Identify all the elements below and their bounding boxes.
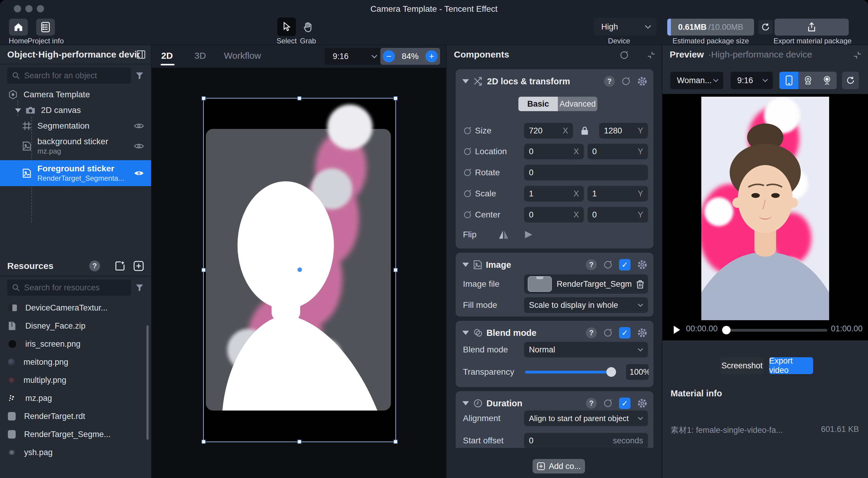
gear-icon[interactable] <box>637 328 647 338</box>
zoom-out-button[interactable]: − <box>383 50 395 62</box>
reset-icon[interactable] <box>603 328 613 337</box>
reset-all-icon[interactable] <box>620 51 629 60</box>
tab-3d[interactable]: 3D <box>194 51 206 61</box>
gear-icon[interactable] <box>637 260 647 270</box>
preview-ratio-select[interactable]: 9:16 <box>731 72 773 89</box>
list-item[interactable]: Disney_Face.zip <box>0 317 151 335</box>
tree-item-background-sticker[interactable]: background sticker mz.pag <box>0 134 151 158</box>
scale-x-input[interactable]: 1X <box>524 186 584 201</box>
alignment-select[interactable]: Align to start of parent object <box>524 411 648 426</box>
screenshot-button[interactable]: Screenshot <box>720 357 764 374</box>
enabled-checkbox[interactable]: ✓ <box>619 327 630 339</box>
image-file-control[interactable]: RenderTarget_Segmen <box>524 275 648 294</box>
scale-y-input[interactable]: 1Y <box>587 186 648 201</box>
start-offset-input[interactable]: 0 seconds <box>524 433 648 448</box>
flip-horizontal-icon[interactable] <box>498 229 509 240</box>
help-icon[interactable]: ? <box>604 76 615 87</box>
list-item[interactable]: RenderTarget.rdt <box>0 407 151 425</box>
selection-handle[interactable] <box>394 440 398 444</box>
help-icon[interactable]: ? <box>586 327 597 338</box>
visibility-eye-icon[interactable] <box>134 122 144 129</box>
selection-handle[interactable] <box>202 440 206 444</box>
anchor-point[interactable] <box>298 267 302 272</box>
size-y-input[interactable]: 1280Y <box>599 123 648 138</box>
playback-knob[interactable] <box>722 326 731 334</box>
tab-workflow[interactable]: Workflow <box>224 51 261 61</box>
project-info-button[interactable] <box>36 19 55 36</box>
zoom-in-button[interactable]: + <box>426 50 438 62</box>
blend-mode-select[interactable]: Normal <box>524 342 648 357</box>
play-icon[interactable] <box>673 325 681 334</box>
selection-handle[interactable] <box>394 96 398 100</box>
size-x-input[interactable]: 720X <box>524 123 573 138</box>
tab-2d[interactable]: 2D <box>161 51 173 61</box>
list-item[interactable]: multiply.png <box>0 371 151 389</box>
trash-icon[interactable] <box>636 280 644 289</box>
list-item[interactable]: meitong.png <box>0 353 151 371</box>
device-phone-button[interactable] <box>779 72 798 89</box>
section-caret-icon[interactable] <box>462 331 469 335</box>
tree-item-segmentation[interactable]: Segmentation <box>0 118 151 134</box>
components-scroll[interactable]: 2D locs & transform ? Basic Advanced Siz… <box>447 64 662 448</box>
transparency-slider-track[interactable] <box>525 371 615 374</box>
transparency-value[interactable]: 100% <box>626 364 649 380</box>
collapse-object-panel-icon[interactable] <box>136 50 146 59</box>
add-component-button[interactable]: Add co... <box>532 459 585 474</box>
collapse-panel-icon[interactable] <box>647 51 656 60</box>
new-folder-icon[interactable] <box>115 260 125 272</box>
selection-handle[interactable] <box>298 96 301 100</box>
reset-icon[interactable] <box>621 77 630 86</box>
transparency-slider-knob[interactable] <box>607 367 616 377</box>
list-item[interactable]: DeviceCameraTextur... <box>0 299 151 317</box>
location-y-input[interactable]: 0Y <box>587 144 648 159</box>
keyframe-icon[interactable] <box>463 168 472 177</box>
keyframe-icon[interactable] <box>463 147 472 156</box>
list-item[interactable]: mz.pag <box>0 389 151 407</box>
center-y-input[interactable]: 0Y <box>587 207 648 223</box>
selection-handle[interactable] <box>202 96 206 100</box>
center-x-input[interactable]: 0X <box>524 207 584 223</box>
tree-item-2d-canvas[interactable]: 2D canvas <box>0 102 151 118</box>
object-search-box[interactable] <box>7 67 131 84</box>
visibility-eye-icon[interactable] <box>134 142 144 150</box>
tree-item-foreground-sticker[interactable]: Foreground sticker RenderTarget_Segmenta… <box>0 160 151 186</box>
keyframe-icon[interactable] <box>463 189 472 198</box>
collapse-panel-icon[interactable] <box>853 51 862 60</box>
visibility-eye-icon[interactable] <box>134 169 144 177</box>
resource-search-input[interactable] <box>24 283 115 293</box>
webcam-alt-button[interactable] <box>818 72 837 89</box>
mode-basic[interactable]: Basic <box>518 97 558 111</box>
selection-handle[interactable] <box>394 268 398 272</box>
filter-icon[interactable] <box>135 71 144 80</box>
export-video-button[interactable]: Export video <box>769 357 813 374</box>
list-item[interactable]: ysh.pag <box>0 443 151 461</box>
selection-handle[interactable] <box>298 440 301 444</box>
device-quality-select[interactable]: High <box>594 18 656 36</box>
object-search-input[interactable] <box>24 71 115 81</box>
section-caret-icon[interactable] <box>462 263 469 267</box>
tree-item-camera-template[interactable]: Camera Template <box>0 87 151 102</box>
mode-advanced[interactable]: Advanced <box>558 97 597 111</box>
canvas-artboard[interactable] <box>204 98 396 442</box>
grab-tool-button[interactable] <box>299 19 317 35</box>
section-caret-icon[interactable] <box>462 79 469 84</box>
keyframe-icon[interactable] <box>463 210 472 219</box>
help-icon[interactable]: ? <box>586 259 597 270</box>
list-item[interactable]: RenderTarget_Segme... <box>0 425 151 443</box>
enabled-checkbox[interactable]: ✓ <box>619 259 630 270</box>
lock-icon[interactable] <box>581 126 589 135</box>
canvas-ratio-select[interactable]: 9:16 <box>324 48 383 65</box>
fill-mode-select[interactable]: Scale to display in whole <box>524 297 648 313</box>
filter-icon[interactable] <box>135 283 144 292</box>
section-caret-icon[interactable] <box>462 401 469 406</box>
webcam-button[interactable] <box>798 72 817 89</box>
location-x-input[interactable]: 0X <box>524 144 584 159</box>
preview-refresh-button[interactable] <box>842 72 859 89</box>
gear-icon[interactable] <box>637 76 647 87</box>
resource-search-box[interactable] <box>7 280 131 296</box>
rotate-input[interactable]: 0 <box>524 165 648 181</box>
playback-track[interactable] <box>725 329 827 331</box>
help-icon[interactable]: ? <box>586 398 597 409</box>
list-item[interactable]: iris_screen.png <box>0 335 151 353</box>
selection-handle[interactable] <box>202 268 206 272</box>
